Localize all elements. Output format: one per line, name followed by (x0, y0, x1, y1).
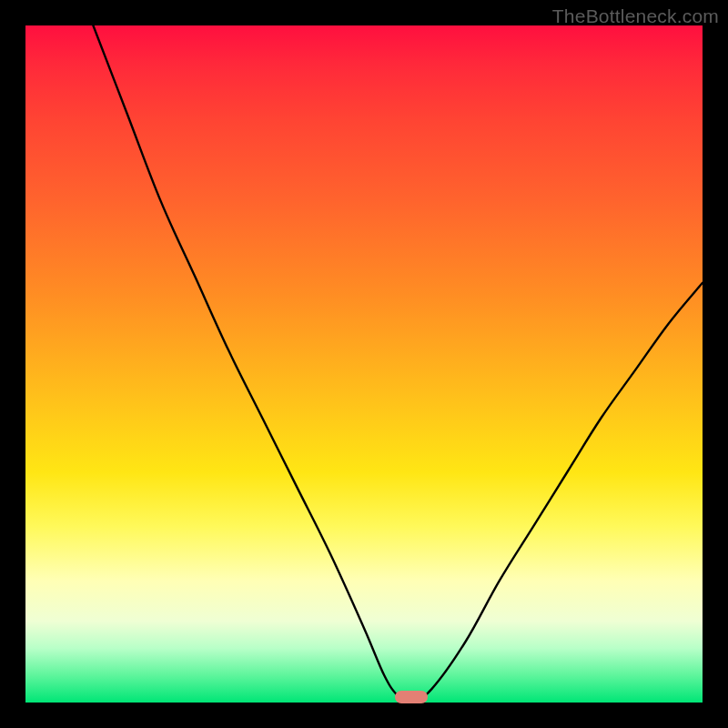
plot-area (25, 25, 703, 703)
watermark-text: TheBottleneck.com (552, 5, 719, 27)
bottleneck-curve (25, 25, 703, 703)
optimal-point-marker (395, 691, 428, 703)
chart-frame: TheBottleneck.com (0, 0, 728, 728)
